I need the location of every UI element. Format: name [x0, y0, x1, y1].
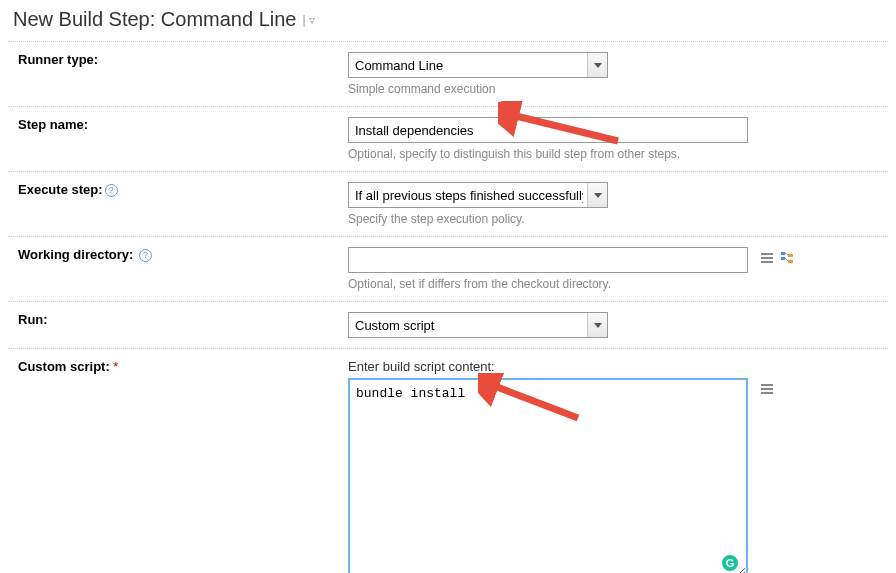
- list-icon[interactable]: [760, 251, 774, 268]
- script-content-label: Enter build script content:: [348, 359, 878, 374]
- runner-type-help: Simple command execution: [348, 82, 878, 96]
- help-icon[interactable]: ?: [105, 184, 118, 197]
- working-directory-label: Working directory:: [18, 247, 133, 262]
- run-select[interactable]: Custom script: [348, 312, 608, 338]
- help-icon[interactable]: ?: [139, 249, 152, 262]
- page-title: New Build Step: Command Line: [13, 8, 296, 31]
- list-icon[interactable]: [760, 382, 774, 399]
- execute-step-select[interactable]: If all previous steps finished successfu…: [348, 182, 608, 208]
- collapse-toggle-icon[interactable]: | ▿: [302, 13, 314, 27]
- execute-step-help: Specify the step execution policy.: [348, 212, 878, 226]
- svg-rect-5: [781, 252, 785, 255]
- svg-line-10: [785, 258, 788, 261]
- grammarly-icon: [720, 553, 740, 573]
- svg-rect-13: [761, 392, 773, 394]
- step-name-help: Optional, specify to distinguish this bu…: [348, 147, 878, 161]
- custom-script-textarea[interactable]: bundle install: [348, 378, 748, 573]
- tree-icon[interactable]: [780, 251, 794, 268]
- run-label: Run:: [18, 312, 48, 327]
- svg-rect-3: [761, 257, 773, 259]
- runner-type-select[interactable]: Command Line: [348, 52, 608, 78]
- svg-rect-6: [781, 257, 785, 260]
- required-indicator: *: [113, 359, 118, 374]
- working-directory-help: Optional, set if differs from the checko…: [348, 277, 878, 291]
- svg-rect-11: [761, 384, 773, 386]
- svg-line-9: [785, 253, 788, 255]
- svg-rect-7: [788, 254, 793, 257]
- runner-type-label: Runner type:: [18, 52, 98, 67]
- custom-script-label: Custom script:: [18, 359, 110, 374]
- step-name-input[interactable]: [348, 117, 748, 143]
- step-name-label: Step name:: [18, 117, 88, 132]
- svg-rect-2: [761, 253, 773, 255]
- svg-rect-12: [761, 388, 773, 390]
- execute-step-label: Execute step:: [18, 182, 103, 197]
- svg-rect-4: [761, 261, 773, 263]
- svg-rect-8: [788, 260, 793, 263]
- working-directory-input[interactable]: [348, 247, 748, 273]
